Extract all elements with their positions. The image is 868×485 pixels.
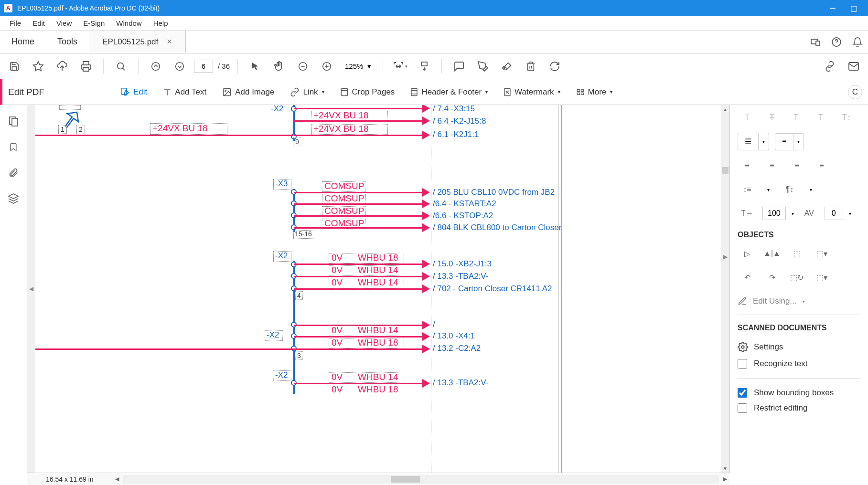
close-tab-icon[interactable]: × bbox=[167, 37, 172, 47]
left-panel-collapse[interactable]: ◀ bbox=[27, 105, 35, 473]
tool-crop[interactable]: Crop Pages bbox=[333, 83, 402, 101]
horizontal-scrollbar[interactable] bbox=[123, 475, 719, 484]
arrange-icon[interactable]: ⬚▾ bbox=[812, 245, 831, 262]
bullet-list-button[interactable]: ☰▾ bbox=[738, 133, 769, 150]
char-spacing-icon[interactable]: AV bbox=[800, 205, 819, 222]
highlight-icon[interactable] bbox=[473, 57, 493, 76]
menu-esign[interactable]: E-Sign bbox=[77, 17, 110, 29]
paragraph-spacing-icon[interactable]: ¶↕ bbox=[780, 181, 799, 198]
menu-window[interactable]: Window bbox=[110, 17, 147, 29]
horizontal-scale-icon[interactable]: T↔ bbox=[738, 205, 757, 222]
devices-icon[interactable] bbox=[805, 31, 826, 53]
hscroll-right-arrow[interactable]: ▶ bbox=[721, 476, 729, 482]
right-panel-collapse[interactable]: ▶ bbox=[721, 242, 729, 271]
bookmark-icon[interactable] bbox=[7, 140, 20, 154]
tab-tools[interactable]: Tools bbox=[46, 31, 89, 53]
fit-width-icon[interactable]: ▾ bbox=[391, 57, 410, 76]
help-icon[interactable] bbox=[826, 31, 847, 53]
tool-watermark[interactable]: Watermark▾ bbox=[496, 83, 567, 101]
comment-icon[interactable] bbox=[450, 57, 469, 76]
svg-rect-17 bbox=[581, 89, 583, 91]
page-total-label: / 36 bbox=[218, 62, 230, 70]
rotate-ccw-icon[interactable]: ↶ bbox=[738, 269, 757, 286]
replace-image-icon[interactable]: ⬚↻ bbox=[787, 269, 806, 286]
tool-edit[interactable]: Edit bbox=[113, 83, 154, 101]
vertical-scrollbar[interactable]: ▲ ▼ bbox=[721, 105, 729, 473]
sign-icon[interactable] bbox=[497, 57, 516, 76]
scroll-down-arrow[interactable]: ▼ bbox=[721, 464, 729, 473]
align-right-icon[interactable]: ≡ bbox=[787, 157, 806, 174]
mirror-icon[interactable]: ▲|▲ bbox=[762, 245, 782, 262]
app-icon: A bbox=[4, 4, 12, 12]
svg-rect-18 bbox=[577, 93, 579, 95]
email-icon[interactable] bbox=[844, 57, 863, 76]
align-justify-icon[interactable]: ≡ bbox=[812, 157, 831, 174]
svg-rect-21 bbox=[12, 118, 18, 126]
menu-help[interactable]: Help bbox=[148, 17, 174, 29]
zoom-out-icon[interactable] bbox=[293, 57, 312, 76]
print-icon[interactable] bbox=[76, 57, 96, 76]
hscroll-left-arrow[interactable]: ◀ bbox=[113, 476, 121, 482]
text-super-icon[interactable]: T· bbox=[787, 109, 806, 126]
minimize-button[interactable]: ─ bbox=[822, 0, 843, 16]
tool-link[interactable]: Link▾ bbox=[283, 84, 331, 101]
delete-icon[interactable] bbox=[521, 57, 540, 76]
align-left-icon[interactable]: ≡ bbox=[738, 157, 757, 174]
maximize-button[interactable]: ▢ bbox=[843, 0, 864, 16]
scroll-up-arrow[interactable]: ▲ bbox=[721, 105, 729, 114]
tab-document[interactable]: EPL005125.pdf × bbox=[89, 31, 186, 53]
scroll-thumb[interactable] bbox=[722, 167, 729, 174]
zoom-select[interactable]: 125% ▾ bbox=[341, 60, 375, 73]
text-scale-icon[interactable]: T↕ bbox=[837, 109, 856, 126]
search-icon[interactable] bbox=[111, 57, 130, 76]
menu-edit[interactable]: Edit bbox=[27, 17, 51, 29]
save-icon[interactable] bbox=[5, 57, 24, 76]
menu-view[interactable]: View bbox=[51, 17, 77, 29]
star-icon[interactable] bbox=[29, 57, 48, 76]
tool-add-text[interactable]: Add Text bbox=[156, 84, 213, 101]
bell-icon[interactable] bbox=[847, 31, 868, 53]
tab-home[interactable]: Home bbox=[0, 31, 46, 53]
tool-close[interactable]: C bbox=[848, 85, 862, 99]
page-number-input[interactable] bbox=[194, 60, 213, 73]
text-strike-icon[interactable]: T bbox=[762, 109, 782, 126]
zoom-in-icon[interactable] bbox=[317, 57, 336, 76]
rotate-cw-icon[interactable]: ↷ bbox=[762, 269, 782, 286]
char-spacing-value[interactable]: 0 bbox=[825, 207, 843, 220]
share-link-icon[interactable] bbox=[820, 57, 839, 76]
layers-icon[interactable] bbox=[7, 192, 20, 205]
page-down-icon[interactable] bbox=[170, 57, 189, 76]
scroll-mode-icon[interactable] bbox=[415, 57, 434, 76]
recognize-text-checkbox[interactable]: Recognize text bbox=[738, 356, 860, 371]
crop-object-icon[interactable]: ⬚ bbox=[787, 245, 806, 262]
rotate-icon[interactable] bbox=[545, 57, 564, 76]
edit-using-button[interactable]: Edit Using... ▾ bbox=[738, 293, 860, 310]
svg-point-22 bbox=[741, 346, 744, 348]
text-sub-icon[interactable]: T· bbox=[812, 109, 831, 126]
cloud-upload-icon[interactable] bbox=[53, 57, 72, 76]
restrict-editing-checkbox[interactable]: Restrict editing bbox=[738, 401, 860, 416]
show-bounding-boxes-checkbox[interactable]: Show bounding boxes bbox=[738, 385, 860, 401]
settings-button[interactable]: Settings bbox=[738, 338, 860, 356]
page-up-icon[interactable] bbox=[146, 57, 165, 76]
select-tool-icon[interactable] bbox=[246, 57, 265, 76]
edit-pdf-toolbar: Edit PDF Edit Add Text Add Image Link▾ C… bbox=[0, 79, 868, 105]
align-center-icon[interactable]: ≡ bbox=[762, 157, 782, 174]
line-height-icon[interactable]: ↕≡ bbox=[738, 181, 757, 198]
tool-more[interactable]: More▾ bbox=[569, 84, 620, 101]
attachment-icon[interactable] bbox=[7, 166, 20, 179]
document-page[interactable]: -X2 1 2 +24VX BU 18 / 7.4 -X3:15 +24VX B… bbox=[35, 105, 721, 473]
main-toolbar: / 36 125% ▾ ▾ bbox=[0, 53, 868, 79]
text-underline-icon[interactable]: T̲ bbox=[738, 109, 757, 126]
menu-file[interactable]: File bbox=[4, 17, 27, 29]
align-objects-icon[interactable]: ⬚▾ bbox=[812, 269, 831, 286]
text-scale-value[interactable]: 100 bbox=[762, 207, 786, 220]
thumbnails-icon[interactable] bbox=[7, 115, 20, 128]
number-list-button[interactable]: ≡▾ bbox=[775, 133, 804, 150]
tool-add-image[interactable]: Add Image bbox=[215, 84, 281, 101]
tool-header-footer[interactable]: Header & Footer▾ bbox=[403, 83, 494, 101]
hand-tool-icon[interactable] bbox=[269, 57, 289, 76]
flip-vertical-icon[interactable]: ▷ bbox=[738, 245, 757, 262]
document-area: ◀ -X2 1 2 +24VX BU 18 / 7.4 -X3:15 bbox=[27, 105, 729, 473]
objects-section-title: OBJECTS bbox=[738, 231, 860, 239]
